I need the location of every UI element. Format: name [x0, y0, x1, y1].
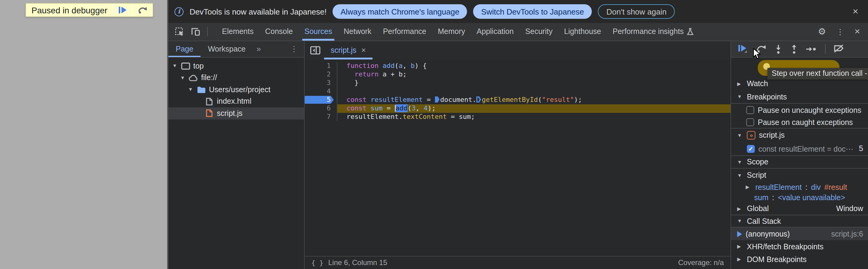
- toolbar-divider: [825, 44, 825, 54]
- breakpoint-entry-text: const resultElement = doc⋯: [758, 144, 853, 153]
- pretty-print-icon[interactable]: { }: [311, 259, 323, 267]
- tab-performance-insights[interactable]: Performance insights: [607, 23, 699, 41]
- close-devtools-icon[interactable]: ×: [855, 26, 860, 37]
- gutter-line-4[interactable]: 4: [305, 87, 337, 96]
- breakpoint-group-row[interactable]: ▼ ‹› script.js: [731, 129, 868, 142]
- scope-global-row[interactable]: ▶ Global Window: [731, 203, 868, 215]
- breakpoint-gutter-line-5[interactable]: 5: [305, 96, 337, 104]
- gutter-line-3[interactable]: 3: [305, 79, 337, 87]
- expanded-arrow-icon[interactable]: ▼: [188, 87, 193, 92]
- tree-item-index.html[interactable]: index.html: [168, 96, 304, 107]
- page-viewport: Paused in debugger: [0, 0, 167, 269]
- pause-uncaught-row[interactable]: Pause on uncaught exceptions: [731, 104, 868, 116]
- step-out-icon[interactable]: [790, 44, 798, 54]
- resume-script-icon[interactable]: [738, 45, 747, 54]
- breakpoint-entry-row[interactable]: ✓ const resultElement = doc⋯ 5: [731, 142, 868, 155]
- token-pl: }: [346, 79, 359, 86]
- tab-security[interactable]: Security: [519, 23, 558, 41]
- section-scope[interactable]: ▼ Scope: [731, 155, 868, 169]
- collapse-sidebar-button[interactable]: [305, 41, 324, 59]
- pause-uncaught-checkbox[interactable]: [746, 106, 754, 114]
- pause-caught-checkbox[interactable]: [746, 118, 754, 126]
- token-kw: const: [346, 104, 367, 112]
- navigator-kebab-icon[interactable]: ⋮: [290, 45, 304, 54]
- tabbar-right-icons: ⚙ ⋮ ×: [818, 23, 868, 41]
- breakpoint-checkbox[interactable]: ✓: [747, 145, 755, 153]
- tab-memory[interactable]: Memory: [432, 23, 471, 41]
- step-icon[interactable]: [806, 46, 816, 52]
- tree-item-users-user-project[interactable]: ▼Users/user/project: [168, 84, 304, 96]
- tab-application[interactable]: Application: [471, 23, 519, 41]
- panel-tabs: ElementsConsoleSourcesNetworkPerformance…: [216, 23, 699, 41]
- tab-network[interactable]: Network: [338, 23, 377, 41]
- gutter-line-7[interactable]: 7: [305, 112, 337, 121]
- tree-item-top[interactable]: ▼top: [168, 60, 304, 72]
- debugger-sections: ▶ Watch ▼ Breakpoints Pause on uncaught …: [731, 58, 868, 269]
- tab-label: Console: [265, 28, 293, 36]
- expanded-arrow-icon[interactable]: ▼: [172, 63, 178, 69]
- section-xhr-breakpoints[interactable]: ▶ XHR/fetch Breakpoints: [731, 240, 868, 253]
- section-dom-breakpoints[interactable]: ▶ DOM Breakpoints: [731, 253, 868, 266]
- token-num: 3: [411, 104, 415, 112]
- collapsed-arrow-icon: ▶: [737, 206, 743, 211]
- scope-var-sum[interactable]: sum: <value unavailable>: [731, 192, 868, 203]
- code-line-content[interactable]: function add(a, b) {: [337, 61, 731, 70]
- token-pl: [367, 96, 370, 103]
- paused-execution-line[interactable]: const sum = add(3, 4);: [337, 104, 731, 112]
- gutter-line-6[interactable]: 6: [305, 104, 337, 112]
- step-into-icon[interactable]: [775, 44, 782, 54]
- tab-performance[interactable]: Performance: [377, 23, 432, 41]
- tab-page[interactable]: Page: [168, 41, 200, 57]
- dom-breakpoints-label: DOM Breakpoints: [747, 255, 807, 264]
- resume-script-button[interactable]: [113, 4, 132, 17]
- pause-caught-row[interactable]: Pause on caught exceptions: [731, 116, 868, 129]
- step-over-page-button[interactable]: [132, 4, 153, 17]
- tree-item-label: Users/user/project: [209, 85, 271, 94]
- code-line-content[interactable]: const resultElement = document.getElemen…: [337, 96, 731, 104]
- xhr-breakpoints-label: XHR/fetch Breakpoints: [747, 242, 824, 251]
- kebab-menu-icon[interactable]: ⋮: [836, 27, 844, 36]
- inline-breakpoint-marker-inactive[interactable]: [476, 97, 481, 103]
- close-tab-icon[interactable]: ×: [361, 46, 366, 55]
- collapsed-arrow-icon: ▶: [737, 244, 743, 249]
- code-line-content[interactable]: [337, 87, 731, 96]
- settings-gear-icon[interactable]: ⚙: [818, 26, 826, 37]
- collapsed-arrow-icon: ▶: [746, 184, 752, 190]
- tab-lighthouse[interactable]: Lighthouse: [558, 23, 607, 41]
- tab-workspace[interactable]: Workspace: [200, 41, 253, 57]
- deactivate-breakpoints-icon[interactable]: [834, 45, 844, 54]
- inspect-element-icon[interactable]: [175, 27, 184, 36]
- code-line-1: 1function add(a, b) {: [305, 61, 731, 70]
- switch-to-japanese-button[interactable]: Switch DevTools to Japanese: [473, 4, 592, 19]
- infobar-close-icon[interactable]: ×: [850, 7, 861, 17]
- frame-location: script.js:6: [831, 230, 863, 238]
- inline-breakpoint-marker-active[interactable]: [435, 97, 439, 103]
- dont-show-again-button[interactable]: Don't show again: [598, 4, 675, 19]
- var-separator: :: [805, 183, 807, 191]
- folder-icon: [196, 85, 206, 94]
- scope-script-row[interactable]: ▼ Script: [731, 169, 868, 182]
- code-line-content[interactable]: resultElement.textContent = sum;: [337, 112, 731, 121]
- tab-elements[interactable]: Elements: [216, 23, 259, 41]
- code-editor[interactable]: 1function add(a, b) {2 return a + b;3 }4…: [305, 59, 731, 256]
- gutter-line-1[interactable]: 1: [305, 61, 337, 70]
- code-line-content[interactable]: return a + b;: [337, 70, 731, 79]
- always-match-language-button[interactable]: Always match Chrome's language: [333, 4, 467, 19]
- device-toolbar-icon[interactable]: [191, 28, 200, 36]
- section-breakpoints[interactable]: ▼ Breakpoints: [731, 90, 868, 104]
- editor-tab-scriptjs[interactable]: script.js ×: [324, 41, 373, 59]
- expanded-arrow-icon: ▼: [737, 94, 743, 100]
- tree-item-script.js[interactable]: script.js: [168, 107, 304, 119]
- call-stack-frame-row[interactable]: (anonymous) script.js:6: [731, 227, 868, 240]
- tab-sources[interactable]: Sources: [299, 23, 338, 41]
- tab-console[interactable]: Console: [259, 23, 299, 41]
- section-call-stack[interactable]: ▼ Call Stack: [731, 215, 868, 227]
- expanded-arrow-icon[interactable]: ▼: [180, 75, 185, 81]
- tree-item-file-[interactable]: ▼file://: [168, 72, 304, 84]
- code-line-content[interactable]: }: [337, 79, 731, 87]
- tabbar-left-icons: [168, 23, 208, 41]
- more-tabs-chevron-icon[interactable]: »: [253, 45, 265, 54]
- gutter-line-2[interactable]: 2: [305, 70, 337, 79]
- token-pl: =: [423, 96, 435, 103]
- scope-var-resultelement[interactable]: ▶ resultElement: div#result: [731, 182, 868, 192]
